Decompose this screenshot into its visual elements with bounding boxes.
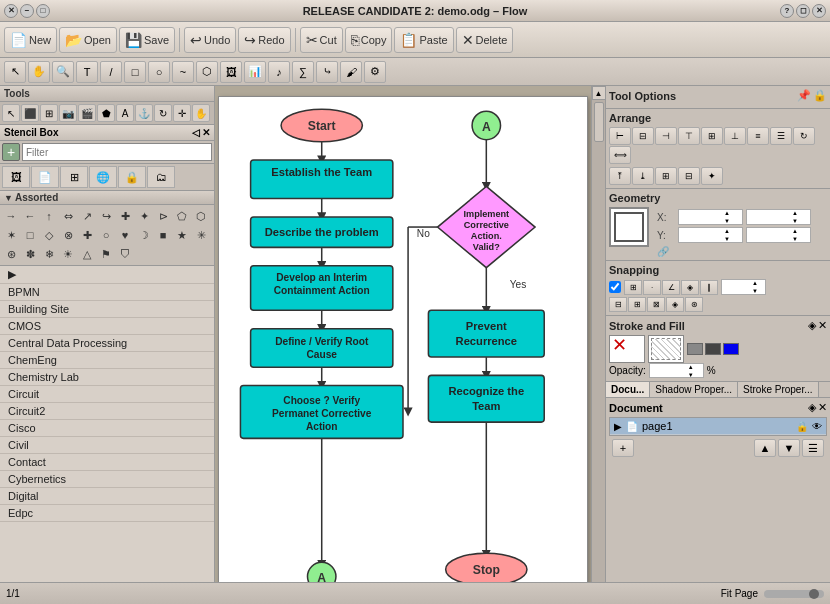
stencil-icon-4[interactable]: 🌐 <box>89 166 117 188</box>
snap-grid[interactable]: ⊞ <box>624 280 642 295</box>
save-button[interactable]: 💾 Save <box>119 27 175 53</box>
snap-btn-c[interactable]: ⊠ <box>647 297 665 312</box>
hand-tool[interactable]: ✋ <box>28 61 50 83</box>
hand2-icon[interactable]: ✋ <box>192 104 210 122</box>
shape-square[interactable]: ■ <box>154 226 172 244</box>
geo-y2-field[interactable]: 0.00 cm ▲▼ <box>746 227 811 243</box>
add-stencil-button[interactable]: + <box>2 143 20 161</box>
snap-size-input[interactable]: 10 px <box>722 282 752 293</box>
shape-star8[interactable]: ✳ <box>192 226 210 244</box>
cat-central-data[interactable]: Central Data Processing <box>0 335 214 352</box>
cat-building-site[interactable]: Building Site <box>0 301 214 318</box>
align-left[interactable]: ⊢ <box>609 127 631 145</box>
geo-x-field[interactable]: 0.00 cm ▲▼ <box>678 209 743 225</box>
rotate-cw[interactable]: ↻ <box>793 127 815 145</box>
scroll-track[interactable] <box>592 100 606 582</box>
shape-shield[interactable]: ⛉ <box>116 245 134 263</box>
shape-chevron[interactable]: ⊳ <box>154 207 172 225</box>
page-options-button[interactable]: ☰ <box>802 439 824 457</box>
open-button[interactable]: 📂 Open <box>59 27 117 53</box>
delete-button[interactable]: ✕ Delete <box>456 27 514 53</box>
shape-cross[interactable]: ✚ <box>78 226 96 244</box>
music-tool[interactable]: ♪ <box>268 61 290 83</box>
cat-expand-1[interactable]: ▶ <box>0 266 214 284</box>
shape-octagon[interactable]: ⊛ <box>2 245 20 263</box>
paste-button[interactable]: 📋 Paste <box>394 27 453 53</box>
pointer-tool[interactable]: ↖ <box>4 61 26 83</box>
cat-civil[interactable]: Civil <box>0 437 214 454</box>
redo-button[interactable]: ↪ Redo <box>238 27 290 53</box>
color2-icon[interactable]: ⬟ <box>97 104 115 122</box>
chart-tool[interactable]: 📊 <box>244 61 266 83</box>
geo-x2-spin[interactable]: ▲▼ <box>792 209 798 225</box>
geo-y-input[interactable]: 0.00 cm <box>679 230 724 241</box>
edit-points[interactable]: ✦ <box>701 167 723 185</box>
shape-triangle[interactable]: △ <box>78 245 96 263</box>
camera-icon[interactable]: 📷 <box>59 104 77 122</box>
stencil-icon-1[interactable]: 🖼 <box>2 166 30 188</box>
shape-sun[interactable]: ☀ <box>59 245 77 263</box>
shape-arrow-left[interactable]: ← <box>21 207 39 225</box>
geo-x2-input[interactable]: 0.00 cm <box>747 212 792 223</box>
shape-rect[interactable]: □ <box>21 226 39 244</box>
snap-btn-d[interactable]: ◈ <box>666 297 684 312</box>
cat-edpc[interactable]: Edpc <box>0 505 214 522</box>
undo-button[interactable]: ↩ Undo <box>184 27 236 53</box>
shape-arrow-right[interactable]: → <box>2 207 20 225</box>
shape-star5[interactable]: ★ <box>173 226 191 244</box>
cat-cybernetics[interactable]: Cybernetics <box>0 471 214 488</box>
cat-contact[interactable]: Contact <box>0 454 214 471</box>
zoom-thumb[interactable] <box>809 589 819 599</box>
distribute-v[interactable]: ☰ <box>770 127 792 145</box>
image-tool[interactable]: 🖼 <box>220 61 242 83</box>
move-down-button[interactable]: ▼ <box>778 439 800 457</box>
cat-cisco[interactable]: Cisco <box>0 420 214 437</box>
cat-circuit[interactable]: Circuit <box>0 386 214 403</box>
polygon-tool[interactable]: ⬡ <box>196 61 218 83</box>
doc-pin-icon[interactable]: ◈ <box>808 401 816 414</box>
move-icon[interactable]: ✛ <box>173 104 191 122</box>
snap-size-field[interactable]: 10 px ▲▼ <box>721 279 766 295</box>
opacity-spin[interactable]: ▲▼ <box>688 363 694 379</box>
distribute-h[interactable]: ≡ <box>747 127 769 145</box>
doc-close-icon[interactable]: ✕ <box>818 401 827 414</box>
align-center-h[interactable]: ⊟ <box>632 127 654 145</box>
cat-chemeng[interactable]: ChemEng <box>0 352 214 369</box>
copy-button[interactable]: ⎘ Copy <box>345 27 393 53</box>
rotate-icon[interactable]: ↻ <box>154 104 172 122</box>
opacity-field[interactable]: 100.00 ▲▼ <box>649 363 704 378</box>
shape-plus[interactable]: ✚ <box>116 207 134 225</box>
color-dark[interactable] <box>705 343 721 355</box>
flip-h[interactable]: ⟺ <box>609 146 631 164</box>
snap-spin[interactable]: ▲▼ <box>752 279 758 295</box>
shape-snowflake[interactable]: ❄ <box>40 245 58 263</box>
stencil-icon-2[interactable]: 📄 <box>31 166 59 188</box>
align-middle-v[interactable]: ⊞ <box>701 127 723 145</box>
align-bottom[interactable]: ⊥ <box>724 127 746 145</box>
node-icon[interactable]: ⬛ <box>21 104 39 122</box>
stencil-icon-3[interactable]: ⊞ <box>60 166 88 188</box>
geo-x-spin[interactable]: ▲▼ <box>724 209 730 225</box>
shape-arrow-up[interactable]: ↑ <box>40 207 58 225</box>
snap-btn-a[interactable]: ⊟ <box>609 297 627 312</box>
cat-chemistry-lab[interactable]: Chemistry Lab <box>0 369 214 386</box>
win-help[interactable]: ? <box>780 4 794 18</box>
shape-hex[interactable]: ⬡ <box>192 207 210 225</box>
stencil-icon-6[interactable]: 🗂 <box>147 166 175 188</box>
opacity-input[interactable]: 100.00 <box>650 365 688 376</box>
shape-asterisk[interactable]: ✽ <box>21 245 39 263</box>
snap-angle[interactable]: ∠ <box>662 280 680 295</box>
snap-point[interactable]: · <box>643 280 661 295</box>
snap-geo[interactable]: ◈ <box>681 280 699 295</box>
shape-banner[interactable]: ⚑ <box>97 245 115 263</box>
shape-crescent[interactable]: ☽ <box>135 226 153 244</box>
color-gray[interactable] <box>687 343 703 355</box>
line-tool[interactable]: / <box>100 61 122 83</box>
snap-para[interactable]: ∥ <box>700 280 718 295</box>
shape-arrow-ne[interactable]: ↗ <box>78 207 96 225</box>
drawing-canvas[interactable]: Start Establish the Team Describe the pr… <box>218 96 588 582</box>
stroke-pin-icon[interactable]: ◈ <box>808 319 816 332</box>
cat-digital[interactable]: Digital <box>0 488 214 505</box>
color-blue[interactable] <box>723 343 739 355</box>
geo-x2-field[interactable]: 0.00 cm ▲▼ <box>746 209 811 225</box>
